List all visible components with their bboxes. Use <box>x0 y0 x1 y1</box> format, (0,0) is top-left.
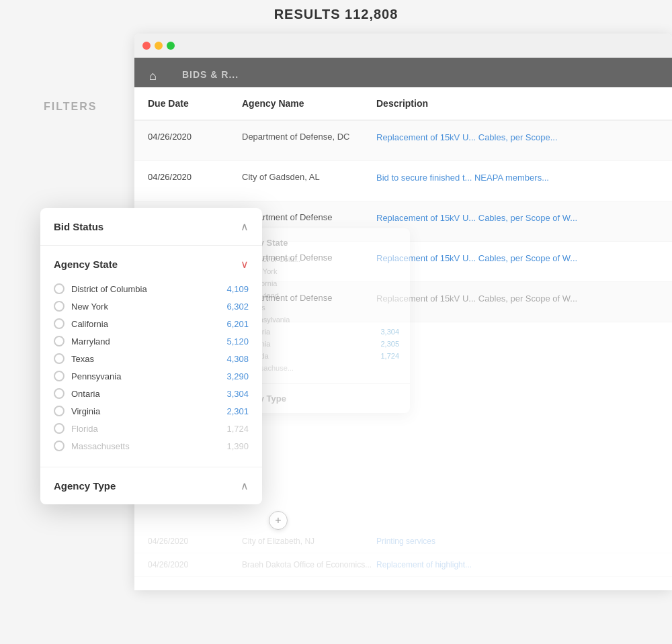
state-count: 3,304 <box>226 389 249 399</box>
state-count: 3,290 <box>226 371 249 381</box>
cell-description[interactable]: Replacement of 15kV U... Cables, per Sco… <box>376 252 659 265</box>
agency-state-header[interactable]: Agency State ∨ <box>54 258 249 271</box>
state-count: 4,308 <box>226 354 249 364</box>
state-label: Pennsyvania <box>71 371 220 381</box>
agency-state-section: Agency State ∨ District of Columbia 4,10… <box>40 246 262 467</box>
list-item[interactable]: California 6,201 <box>54 315 249 332</box>
bg-item-count: 2,305 <box>380 340 399 348</box>
radio-button[interactable] <box>54 283 65 294</box>
faded-date: 04/26/2020 <box>148 560 242 569</box>
list-item[interactable]: Florida 1,724 <box>54 420 249 437</box>
list-item[interactable]: Massachusetts 1,390 <box>54 437 249 455</box>
state-count: 5,120 <box>226 336 249 347</box>
bg-item-label: California <box>246 279 399 287</box>
list-item[interactable]: Ontaria 3,304 <box>54 385 249 402</box>
radio-button[interactable] <box>54 353 65 364</box>
cell-agency: City of Gadsden, AL <box>242 172 376 182</box>
agency-type-header[interactable]: Agency Type ∧ <box>54 479 249 492</box>
list-item[interactable]: New York 6,302 <box>54 297 249 315</box>
bg-item-label: Ontaria <box>246 328 375 336</box>
state-label: Texas <box>71 354 220 364</box>
cell-description[interactable]: Bid to secure finished t... NEAPA member… <box>376 172 659 184</box>
faded-date: 04/26/2020 <box>148 537 242 546</box>
bg-item-label: Florida <box>246 352 375 360</box>
window-chrome <box>134 34 672 58</box>
state-label: California <box>71 319 220 329</box>
radio-button[interactable] <box>54 441 65 451</box>
table-row[interactable]: 04/26/2020 City of Gadsden, AL Bid to se… <box>134 161 672 201</box>
radio-button[interactable] <box>54 301 65 312</box>
state-count: 6,302 <box>226 302 249 312</box>
bid-status-chevron-icon: ∧ <box>241 220 249 233</box>
cell-date: 04/26/2020 <box>148 132 242 142</box>
cell-description[interactable]: Replacement of 15kV U... Cables, per Sco… <box>376 132 659 144</box>
bg-item-label: Texas <box>246 304 399 312</box>
bg-item-label: Marryland <box>246 291 399 300</box>
faded-description: Printing services <box>376 537 659 546</box>
bg-item-label: Pennsylvania <box>246 316 399 324</box>
state-count: 4,109 <box>226 284 249 294</box>
agency-state-chevron-icon: ∨ <box>241 258 249 271</box>
bids-label: BIDS & R... <box>182 69 239 80</box>
state-count: 1,390 <box>226 441 249 451</box>
cell-description[interactable]: Replacement of 15kV U... Cables, per Sco… <box>376 293 659 305</box>
state-label: District of Columbia <box>71 284 220 294</box>
faded-agency: Braeh Dakota Office of Economics... <box>242 560 376 569</box>
bid-status-section: Bid Status ∧ <box>40 208 262 246</box>
col-header-date: Due Date <box>148 98 242 109</box>
cell-date: 04/26/2020 <box>148 172 242 182</box>
bid-status-title: Bid Status <box>54 221 103 232</box>
state-label: New York <box>71 302 220 312</box>
state-label: Ontaria <box>71 389 220 399</box>
bg-item-label: District of Colu... <box>246 255 399 263</box>
faded-description: Replacement of highlight... <box>376 560 659 569</box>
cell-agency: Department of Defense <box>242 212 376 222</box>
faded-agency: City of Elizabeth, NJ <box>242 537 376 546</box>
bg-item-label: Massachuse... <box>246 364 399 372</box>
minimize-dot[interactable] <box>155 42 163 50</box>
state-count: 2,301 <box>226 406 249 416</box>
bg-top-bar: BIDS & R... <box>171 58 672 91</box>
radio-button[interactable] <box>54 388 65 399</box>
radio-button[interactable] <box>54 423 65 434</box>
results-count: RESULTS 112,808 <box>274 7 398 21</box>
state-label: Florida <box>71 424 220 434</box>
radio-button[interactable] <box>54 336 65 347</box>
cell-agency: Department of Defense, DC <box>242 132 376 142</box>
list-item[interactable]: Pennsyvania 3,290 <box>54 367 249 385</box>
col-header-description: Description <box>376 98 659 109</box>
list-item[interactable]: Texas 4,308 <box>54 350 249 367</box>
col-header-agency: Agency Name <box>242 98 376 109</box>
faded-row: 04/26/2020 Braeh Dakota Office of Econom… <box>134 553 672 577</box>
maximize-dot[interactable] <box>167 42 175 50</box>
list-item[interactable]: Marryland 5,120 <box>54 332 249 350</box>
state-count: 6,201 <box>226 319 249 329</box>
agency-state-items: District of Columbia 4,109 New York 6,30… <box>54 280 249 455</box>
list-item[interactable]: District of Columbia 4,109 <box>54 280 249 297</box>
bg-item-label: Virginia <box>246 340 375 348</box>
add-button[interactable]: + <box>269 511 288 530</box>
agency-type-title: Agency Type <box>54 480 116 492</box>
radio-button[interactable] <box>54 318 65 329</box>
bg-item-count: 1,724 <box>380 352 399 360</box>
state-count: 1,724 <box>226 424 249 434</box>
table-header: Due Date Agency Name Description <box>134 87 672 121</box>
faded-row: 04/26/2020 City of Elizabeth, NJ Printin… <box>134 530 672 553</box>
filters-label: FILTERS <box>44 101 97 113</box>
close-dot[interactable] <box>142 42 151 50</box>
bg-item-label: New York <box>246 267 399 275</box>
faded-rows: 04/26/2020 City of Elizabeth, NJ Printin… <box>134 530 672 577</box>
agency-type-chevron-icon: ∧ <box>241 479 249 492</box>
agency-state-title: Agency State <box>54 259 118 270</box>
list-item[interactable]: Virginia 2,301 <box>54 402 249 420</box>
state-label: Virginia <box>71 406 220 416</box>
results-header: RESULTS 112,808 <box>0 7 672 22</box>
radio-button[interactable] <box>54 371 65 381</box>
state-label: Marryland <box>71 336 220 347</box>
state-label: Massachusetts <box>71 441 220 451</box>
table-row[interactable]: 04/26/2020 Department of Defense, DC Rep… <box>134 121 672 161</box>
cell-description[interactable]: Replacement of 15kV U... Cables, per Sco… <box>376 212 659 224</box>
bid-status-header[interactable]: Bid Status ∧ <box>54 220 249 233</box>
bg-item-count: 3,304 <box>380 328 399 336</box>
radio-button[interactable] <box>54 406 65 416</box>
